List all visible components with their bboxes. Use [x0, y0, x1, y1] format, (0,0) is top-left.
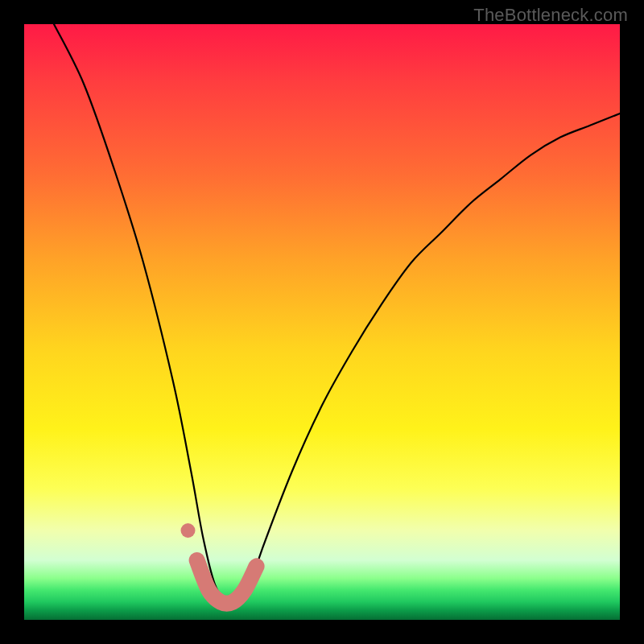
plot-area — [24, 24, 620, 620]
chart-overlay — [24, 24, 620, 620]
chart-frame: TheBottleneck.com — [0, 0, 644, 644]
watermark-text: TheBottleneck.com — [473, 5, 628, 26]
trough-marker-dot — [181, 523, 196, 538]
bottleneck-curve — [54, 24, 620, 605]
trough-marker — [197, 560, 257, 604]
